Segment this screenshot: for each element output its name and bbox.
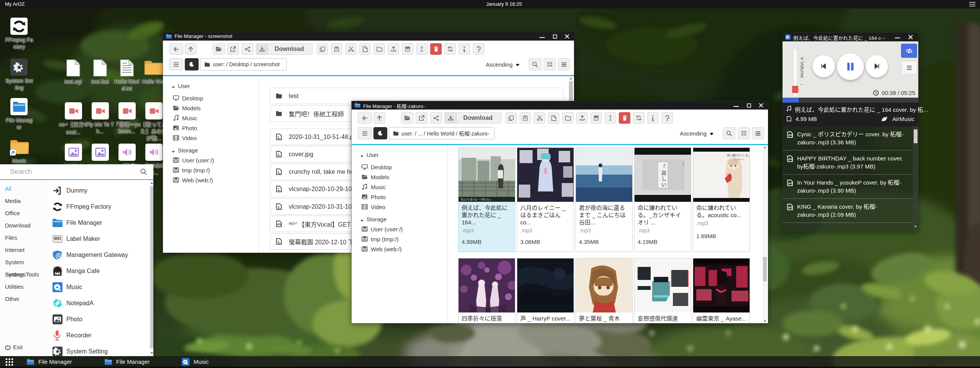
svg-text:寂: 寂 bbox=[661, 170, 666, 176]
svg-text:- Acoustic co: - Acoustic co bbox=[733, 158, 744, 160]
svg-text:見上げた思い出 一つ残らない: 見上げた思い出 一つ残らない bbox=[461, 198, 492, 201]
svg-text:「: 「 bbox=[661, 164, 666, 170]
svg-text:い: い bbox=[661, 182, 666, 187]
svg-text:きみ: きみ bbox=[682, 162, 685, 165]
svg-text:し: し bbox=[661, 176, 666, 182]
svg-text:命に嫌われている。: 命に嫌われている。 bbox=[727, 154, 750, 157]
